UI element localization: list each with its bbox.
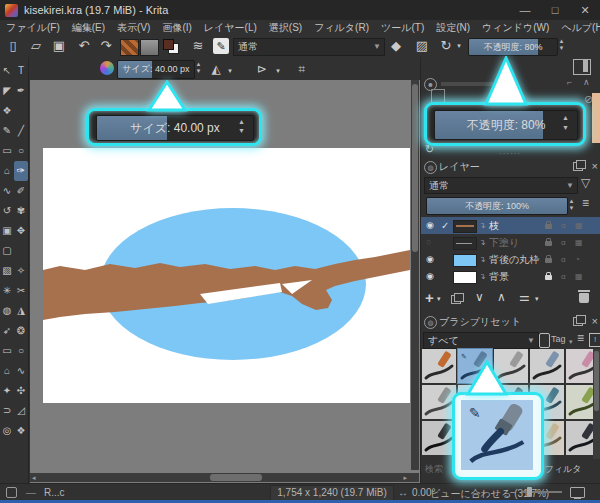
layer-opacity-slider[interactable]: 不透明度: 100% — [426, 197, 568, 215]
float-brush-docker-icon[interactable] — [573, 317, 583, 326]
opacity-callout-spinner[interactable]: ▲▼ — [561, 113, 570, 133]
layer-style-icon[interactable]: ▦ — [575, 217, 583, 234]
layer-properties-button[interactable]: ⚌ — [519, 290, 530, 304]
size-spinner[interactable]: ▲▼ — [194, 61, 203, 75]
zoom-out-icon[interactable]: − — [510, 487, 516, 498]
mirror-h-arrow-icon[interactable]: ▾ — [226, 62, 234, 80]
layer-thumbnail[interactable] — [453, 254, 477, 267]
eraser-mode-icon[interactable]: ◆ — [388, 37, 404, 55]
mirror-v-arrow-icon[interactable]: ▾ — [274, 62, 282, 80]
mirror-vertical-icon[interactable]: ⊳ — [252, 60, 272, 78]
menu-item-1[interactable]: 編集(E) — [66, 21, 111, 35]
menu-item-10[interactable]: ヘルプ(H) — [555, 21, 600, 35]
layer-thumbnail[interactable] — [453, 220, 477, 233]
brush-search-input[interactable]: 検索 — [425, 463, 443, 476]
tool-rect-select[interactable]: ▭ — [0, 341, 14, 361]
zoom-slider-thumb[interactable] — [527, 487, 532, 497]
dock-corner-icon[interactable]: ⌐ — [567, 77, 572, 87]
layer-filter-icon[interactable]: ▽ — [581, 176, 590, 190]
menu-item-2[interactable]: 表示(V) — [111, 21, 156, 35]
new-document-icon[interactable]: ▯ — [4, 37, 22, 55]
close-button[interactable]: ✕ — [570, 0, 600, 20]
display-mode-icon[interactable]: ≡ — [577, 331, 584, 345]
tool-freehand-brush[interactable]: ✎ — [0, 121, 14, 141]
add-layer-arrow-icon[interactable]: ▾ — [437, 295, 441, 303]
tool-crop[interactable]: ▢ — [0, 241, 14, 261]
layer-name[interactable]: 背後の丸枠 — [489, 251, 539, 268]
layer-visibility-icon[interactable]: ◉ — [426, 217, 434, 234]
tool-freehand-select[interactable]: ∿ — [14, 361, 28, 381]
layer-row-2[interactable]: ◉↴背後の丸枠α◔ — [421, 251, 600, 268]
layer-row-0[interactable]: ◉✓↴枝α▦ — [421, 217, 600, 234]
duplicate-layer-button[interactable] — [451, 295, 461, 304]
menu-item-9[interactable]: ウィンドウ(W) — [476, 21, 555, 35]
layer-thumbnail[interactable] — [453, 271, 477, 284]
close-docker-icon[interactable]: × — [592, 160, 598, 172]
layer-thumbnail[interactable] — [453, 237, 477, 250]
brush-grid-scrollbar[interactable] — [593, 349, 600, 459]
tool-select-shapes[interactable]: ↖ — [0, 61, 14, 81]
maximize-button[interactable]: □ — [540, 0, 570, 20]
palette-box-icon[interactable] — [431, 89, 445, 103]
layer-alpha-icon[interactable]: α — [561, 251, 566, 268]
move-layer-down-button[interactable]: ∨ — [475, 290, 484, 304]
menu-item-5[interactable]: 選択(S) — [263, 21, 308, 35]
undo-icon[interactable]: ↶ — [75, 37, 93, 55]
layer-style-icon[interactable]: ▦ — [575, 234, 583, 251]
preserve-alpha-icon[interactable]: ▨ — [414, 37, 430, 55]
minimize-button[interactable]: — — [510, 0, 540, 20]
tool-enclose-fill[interactable]: ✂ — [14, 281, 28, 301]
close-brush-docker-icon[interactable]: × — [592, 315, 598, 327]
size-callout-slider[interactable]: サイズ: 40.00 px — [96, 115, 254, 141]
pattern-swatch[interactable] — [140, 39, 159, 56]
brush-preset-icon[interactable]: ✎ — [213, 38, 229, 54]
open-document-icon[interactable]: ▱ — [27, 37, 45, 55]
gradient-swatch[interactable] — [120, 39, 139, 56]
add-layer-button[interactable]: + — [425, 289, 434, 306]
layer-lock-icon[interactable] — [545, 258, 552, 263]
tool-text[interactable]: T — [14, 61, 28, 81]
tool-reference-images[interactable]: ❂ — [14, 321, 28, 341]
blending-mode-dropdown[interactable]: 通常▼ — [233, 38, 385, 56]
menu-item-6[interactable]: フィルタ(R) — [308, 21, 375, 35]
layer-lock-icon[interactable] — [545, 275, 552, 280]
tool-freehand-path[interactable]: ✐ — [14, 181, 28, 201]
reload-dropdown-arrow-icon[interactable]: ▾ — [455, 37, 463, 55]
tool-dynamic-brush[interactable]: ↺ — [0, 201, 14, 221]
move-layer-up-button[interactable]: ∧ — [497, 290, 506, 304]
storage-icon[interactable]: ! — [589, 333, 600, 347]
brush-preset-marker-blue[interactable] — [530, 349, 564, 383]
layer-name[interactable]: 下塗り — [489, 234, 519, 251]
layer-alpha-icon[interactable]: α — [561, 234, 566, 251]
opacity-callout-slider[interactable]: 不透明度: 80% — [434, 110, 578, 140]
redo-icon[interactable]: ↷ — [97, 37, 115, 55]
layer-opacity-spinner[interactable]: ▲▼ — [567, 198, 576, 212]
layer-lock-icon[interactable] — [545, 241, 552, 246]
tool-ellipse-select[interactable]: ○ — [14, 341, 28, 361]
scroll-left-icon[interactable]: ◂ — [32, 473, 36, 482]
tool-line[interactable]: ╱ — [14, 121, 28, 141]
tag-arrow-icon[interactable]: ▾ — [569, 338, 573, 346]
layer-row-1[interactable]: ○↴下塗りα▦ — [421, 234, 600, 251]
splitter-handle[interactable]: ······ — [499, 149, 521, 158]
tool-pattern-edit[interactable]: ❖ — [0, 101, 14, 121]
toolbar-opacity-slider[interactable]: 不透明度: 80% — [468, 38, 558, 56]
brush-preset-ink-squiggle[interactable] — [422, 385, 456, 419]
tool-bezier-select[interactable]: ✣ — [14, 381, 28, 401]
float-docker-icon[interactable] — [573, 162, 583, 171]
tool-fill[interactable]: ✳ — [0, 281, 14, 301]
selection-mode-icon[interactable] — [6, 487, 17, 498]
scroll-right-icon[interactable]: ▸ — [403, 473, 407, 482]
tool-calligraphy[interactable]: ✒ — [14, 81, 28, 101]
layer-style-icon[interactable]: ◔ — [575, 251, 580, 268]
mirror-horizontal-icon[interactable]: ◭ — [206, 60, 226, 78]
menu-item-8[interactable]: 設定(N) — [430, 21, 476, 35]
tool-colorize-mask[interactable]: ◮ — [14, 301, 28, 321]
color-sample-icon[interactable] — [100, 61, 114, 75]
wrap-around-mode-icon[interactable]: ⌗ — [292, 60, 312, 78]
reload-preset-icon[interactable]: ↻ — [438, 37, 454, 55]
menu-item-0[interactable]: ファイル(F) — [0, 21, 66, 35]
tool-transform[interactable]: ▣ — [0, 221, 14, 241]
tool-edit-shapes[interactable]: ◤ — [0, 81, 14, 101]
menu-item-4[interactable]: レイヤー(L) — [198, 21, 263, 35]
